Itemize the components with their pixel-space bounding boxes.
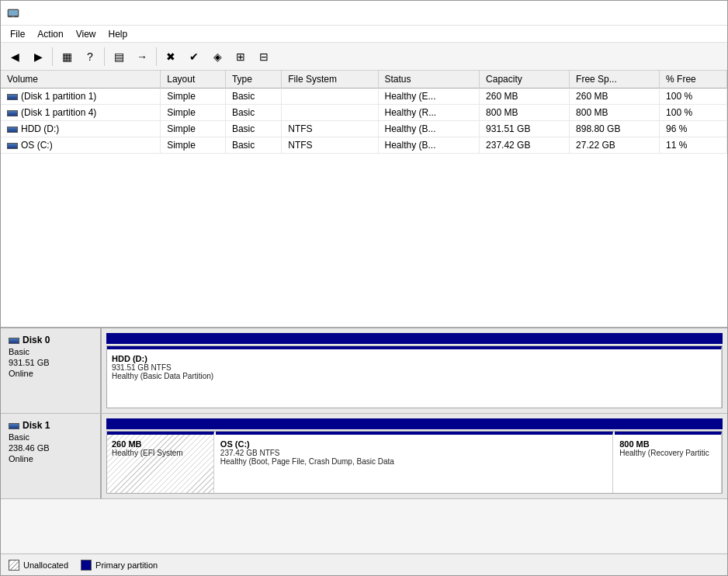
table-cell: (Disk 1 partition 4) — [1, 105, 161, 121]
disk-info-text: Online — [9, 369, 92, 378]
col-header-status[interactable]: Status — [378, 71, 480, 88]
partition-block[interactable]: OS (C:)237.42 GB NTFSHealthy (Boot, Page… — [216, 432, 613, 493]
export-btn[interactable]: ⊞ — [230, 46, 251, 68]
disk-name: Disk 1 — [9, 420, 92, 431]
disk-icon — [7, 127, 18, 133]
table-cell: 11 % — [660, 137, 727, 154]
toolbar-separator — [52, 47, 53, 66]
table-cell: 260 MB — [480, 88, 570, 105]
table-cell — [282, 88, 378, 105]
table-cell: OS (C:) — [1, 137, 161, 154]
forward-btn[interactable]: ▶ — [27, 46, 49, 68]
table-cell: 96 % — [660, 121, 727, 137]
format-btn[interactable]: ◈ — [206, 46, 228, 68]
disk-info-text: Basic — [9, 347, 92, 356]
table-cell: Basic — [225, 121, 281, 137]
table-cell: HDD (D:) — [1, 121, 161, 137]
disk-name: Disk 0 — [9, 335, 92, 345]
disk-info-text: 238.46 GB — [9, 443, 92, 453]
disk-drive-icon — [9, 423, 19, 429]
col-header-capacity[interactable]: Capacity — [480, 71, 570, 88]
disk-visual-panel: 260 MBHealthy (EFI SystemOS (C:)237.42 G… — [102, 414, 727, 498]
back-btn[interactable]: ◀ — [4, 46, 26, 68]
partition-label: 260 MB — [112, 439, 209, 449]
partition-label: 800 MB — [619, 439, 716, 449]
table-cell: 100 % — [660, 105, 727, 121]
view-btn[interactable]: ▦ — [56, 46, 78, 68]
disk-info-text: 931.51 GB — [9, 358, 92, 367]
svg-point-2 — [12, 16, 14, 17]
col-header-file-system[interactable]: File System — [282, 71, 378, 88]
partition-info-2: Healthy (Basic Data Partition) — [112, 372, 716, 380]
table-cell: Basic — [225, 137, 281, 154]
legend-color-box — [81, 560, 92, 571]
close-button[interactable] — [685, 1, 721, 26]
title-bar — [1, 1, 727, 26]
refresh-btn[interactable]: ⊟ — [253, 46, 275, 68]
menu-item-help[interactable]: Help — [102, 27, 134, 41]
partition-block[interactable]: 800 MBHealthy (Recovery Partitic — [615, 432, 722, 493]
partition-info-2: Healthy (Boot, Page File, Crash Dump, Ba… — [220, 457, 608, 466]
disk-header-bar — [106, 333, 723, 344]
table-row[interactable]: HDD (D:)SimpleBasicNTFSHealthy (B...931.… — [1, 121, 727, 137]
help-btn[interactable]: ? — [79, 46, 101, 68]
menu-item-action[interactable]: Action — [31, 27, 69, 41]
table-cell: Basic — [225, 88, 281, 105]
maximize-button[interactable] — [650, 1, 685, 26]
delete-btn[interactable]: ✖ — [160, 46, 182, 68]
partition-block[interactable]: 260 MBHealthy (EFI System — [107, 432, 214, 493]
main-content: VolumeLayoutTypeFile SystemStatusCapacit… — [1, 71, 727, 575]
disk-row: Disk 0Basic931.51 GBOnlineHDD (D:)931.51… — [1, 328, 727, 414]
partition-block[interactable]: HDD (D:)931.51 GB NTFSHealthy (Basic Dat… — [107, 346, 722, 408]
table-cell: 100 % — [660, 88, 727, 105]
menu-item-file[interactable]: File — [4, 27, 31, 41]
table-cell: Simple — [161, 88, 226, 105]
table-cell: Healthy (E... — [378, 88, 480, 105]
table-cell: Healthy (B... — [378, 121, 480, 137]
table-cell: NTFS — [282, 137, 378, 154]
table-cell: 898.80 GB — [570, 121, 660, 137]
table-cell — [282, 105, 378, 121]
table-row[interactable]: OS (C:)SimpleBasicNTFSHealthy (B...237.4… — [1, 137, 727, 154]
table-cell: Healthy (B... — [378, 137, 480, 154]
table-cell: Simple — [161, 121, 226, 137]
table-cell: (Disk 1 partition 1) — [1, 88, 161, 105]
disk-area: Disk 0Basic931.51 GBOnlineHDD (D:)931.51… — [1, 328, 727, 553]
table-cell: Simple — [161, 137, 226, 154]
disk-row: Disk 1Basic238.46 GBOnline260 MBHealthy … — [1, 414, 727, 499]
table-row[interactable]: (Disk 1 partition 4)SimpleBasicHealthy (… — [1, 105, 727, 121]
col-header-layout[interactable]: Layout — [161, 71, 226, 88]
toolbar-separator — [156, 47, 157, 66]
disk-icon — [7, 94, 18, 100]
table-cell: 237.42 GB — [480, 137, 570, 154]
disk-info-text: Online — [9, 454, 92, 463]
partition-info-1: 931.51 GB NTFS — [112, 363, 716, 372]
disk-info-panel: Disk 1Basic238.46 GBOnline — [1, 414, 102, 498]
drive-btn[interactable]: → — [131, 46, 153, 68]
table-cell: 800 MB — [480, 105, 570, 121]
props-btn[interactable]: ▤ — [108, 46, 130, 68]
table-row[interactable]: (Disk 1 partition 1)SimpleBasicHealthy (… — [1, 88, 727, 105]
legend-item-unallocated: Unallocated — [9, 560, 68, 571]
partition-label: OS (C:) — [220, 439, 608, 449]
disk-info-panel: Disk 0Basic931.51 GBOnline — [1, 328, 102, 413]
col-header-type[interactable]: Type — [225, 71, 281, 88]
menu-bar: FileActionViewHelp — [1, 26, 727, 43]
legend-item-primary: Primary partition — [81, 560, 158, 571]
new-btn[interactable]: ✔ — [183, 46, 205, 68]
partition-info-1: Healthy (EFI System — [112, 449, 209, 457]
disk-partitions: HDD (D:)931.51 GB NTFSHealthy (Basic Dat… — [106, 345, 723, 408]
partition-info-1: Healthy (Recovery Partitic — [619, 449, 716, 457]
col-header---free[interactable]: % Free — [660, 71, 727, 88]
disk-drive-icon — [9, 338, 19, 344]
col-header-volume[interactable]: Volume — [1, 71, 161, 88]
disk-visual-panel: HDD (D:)931.51 GB NTFSHealthy (Basic Dat… — [102, 328, 727, 413]
menu-item-view[interactable]: View — [70, 27, 102, 41]
col-header-free-sp---[interactable]: Free Sp... — [570, 71, 660, 88]
svg-rect-1 — [9, 10, 18, 16]
legend-color-box — [9, 560, 19, 571]
toolbar-separator — [104, 47, 105, 66]
toolbar: ◀▶▦?▤→✖✔◈⊞⊟ — [1, 43, 727, 71]
minimize-button[interactable] — [614, 1, 650, 26]
window-controls — [614, 1, 721, 26]
